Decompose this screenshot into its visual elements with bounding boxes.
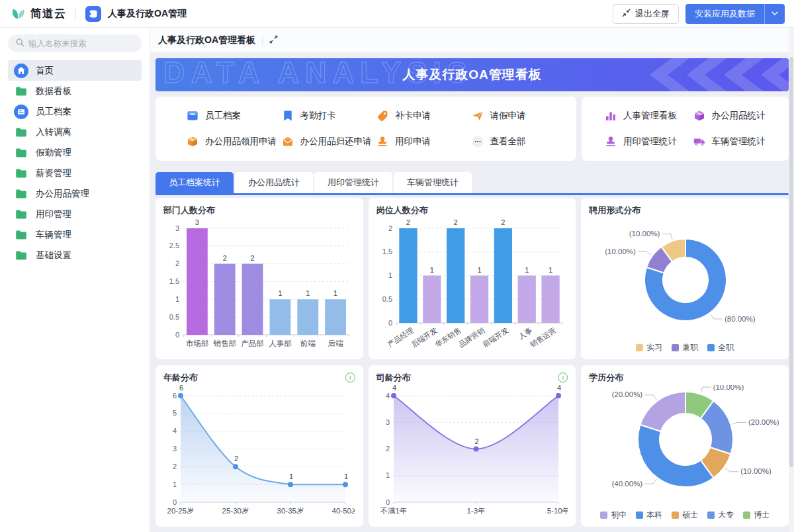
svg-text:2: 2 — [406, 218, 410, 226]
quick-link-seal-request[interactable]: 用印申请 — [376, 135, 471, 148]
legend-label: 本科 — [646, 510, 662, 521]
svg-text:1: 1 — [549, 266, 552, 274]
svg-text:后端: 后端 — [328, 339, 344, 347]
chart-legend: 初中本科硕士大专博士 — [581, 510, 789, 521]
quick-link-supplies-return[interactable]: 办公用品归还申请 — [281, 135, 376, 148]
svg-text:2.5: 2.5 — [169, 242, 179, 249]
quick-link-employee-archive[interactable]: 员工档案 — [186, 109, 281, 122]
brand-logo[interactable]: 简道云 — [9, 4, 66, 23]
svg-text:2: 2 — [234, 455, 238, 463]
search-icon — [15, 38, 24, 49]
legend-item[interactable]: 全职 — [707, 342, 734, 353]
sidebar-item-attendance[interactable]: 假勤管理 — [8, 142, 142, 163]
sidebar-item-office-supplies[interactable]: 办公用品管理 — [8, 183, 142, 204]
svg-text:1-3年: 1-3年 — [466, 507, 485, 515]
sidebar-item-employee-archive[interactable]: 员工档案 — [8, 101, 142, 122]
quick-links-card: 员工档案考勤打卡补卡申请请假申请办公用品领用申请办公用品归还申请用印申请查看全部 — [155, 97, 576, 161]
chevron-down-icon[interactable] — [764, 4, 785, 24]
svg-text:6: 6 — [173, 392, 177, 400]
folder-icon — [14, 187, 28, 201]
search-input[interactable] — [28, 39, 134, 48]
expand-icon[interactable] — [269, 35, 278, 46]
svg-text:人事: 人事 — [517, 326, 533, 341]
folder-icon — [14, 248, 28, 263]
tab-seal-stats[interactable]: 用印管理统计 — [314, 172, 392, 193]
exit-fullscreen-button[interactable]: 退出全屏 — [613, 4, 679, 24]
legend-swatch — [672, 344, 679, 351]
stamp-icon — [376, 135, 389, 148]
svg-text:销售部: 销售部 — [213, 339, 237, 347]
stats-link-supplies-stats[interactable]: 办公用品统计 — [693, 109, 781, 122]
stats-link-vehicle-stats[interactable]: 车辆管理统计 — [693, 135, 781, 148]
legend-item[interactable]: 实习 — [636, 342, 662, 353]
info-icon[interactable]: i — [345, 373, 355, 382]
legend-item[interactable]: 硕士 — [672, 510, 698, 521]
svg-text:(10.00%): (10.00%) — [740, 467, 772, 475]
svg-text:4: 4 — [392, 385, 396, 392]
sidebar-item-vehicle-management[interactable]: 车辆管理 — [8, 224, 142, 245]
box-icon — [693, 109, 706, 122]
svg-text:2: 2 — [175, 259, 179, 267]
svg-text:(10.00%): (10.00%) — [629, 230, 660, 238]
sidebar-item-seal-management[interactable]: 用印管理 — [8, 204, 142, 224]
chart-title: 学历分布 — [589, 372, 781, 384]
legend-item[interactable]: 本科 — [636, 510, 662, 521]
legend-label: 兼职 — [682, 342, 698, 353]
stats-link-seal-stats[interactable]: 用印管理统计 — [604, 135, 693, 148]
sidebar-item-onboarding-transfer[interactable]: 入转调离 — [8, 122, 142, 142]
page-title: 人事及行政OA管理看板 — [158, 34, 255, 46]
tab-employee-stats[interactable]: 员工档案统计 — [155, 172, 234, 193]
install-app-label[interactable]: 安装应用及数据 — [685, 4, 764, 24]
quick-link-leave-request[interactable]: 请假申请 — [471, 109, 566, 122]
legend-item[interactable]: 初中 — [600, 510, 627, 521]
svg-text:2: 2 — [501, 218, 505, 226]
toolbar-divider — [262, 36, 263, 45]
svg-text:2: 2 — [173, 463, 177, 470]
svg-text:后端开发: 后端开发 — [410, 326, 438, 349]
legend-item[interactable]: 大专 — [707, 510, 734, 521]
svg-text:产品部: 产品部 — [241, 339, 264, 347]
sidebar-item-label: 假勤管理 — [36, 147, 71, 159]
page-toolbar: 人事及行政OA管理看板 — [150, 28, 794, 53]
scrollbar-thumb[interactable] — [789, 57, 793, 467]
svg-text:2: 2 — [388, 224, 392, 232]
svg-text:4: 4 — [173, 427, 177, 435]
svg-text:2: 2 — [251, 254, 255, 262]
legend-item[interactable]: 兼职 — [672, 342, 698, 353]
tab-underline — [155, 193, 789, 195]
sidebar: 首页数据看板员工档案入转调离假勤管理薪资管理办公用品管理用印管理车辆管理基础设置 — [0, 28, 150, 532]
sidebar-item-payroll[interactable]: 薪资管理 — [8, 163, 142, 183]
header-divider — [75, 8, 76, 20]
tenure-distribution-chart: 012344不满1年21-3年45-10年 — [376, 385, 568, 521]
tab-vehicle-stats[interactable]: 车辆管理统计 — [394, 172, 472, 193]
sidebar-menu: 首页数据看板员工档案入转调离假勤管理薪资管理办公用品管理用印管理车辆管理基础设置 — [8, 60, 142, 265]
quick-link-label: 办公用品归还申请 — [300, 136, 372, 148]
svg-text:2: 2 — [223, 254, 227, 262]
quick-link-attendance-punch[interactable]: 考勤打卡 — [281, 109, 376, 122]
tab-supplies-stats[interactable]: 办公用品统计 — [235, 172, 313, 193]
sidebar-item-data-dashboard[interactable]: 数据看板 — [8, 81, 142, 101]
legend-swatch — [707, 344, 715, 351]
svg-text:1: 1 — [388, 271, 392, 279]
quick-link-view-all[interactable]: 查看全部 — [471, 135, 566, 148]
quick-link-label: 考勤打卡 — [300, 110, 336, 122]
svg-text:0: 0 — [386, 498, 390, 506]
scrollbar-track[interactable] — [789, 28, 794, 532]
svg-text:2: 2 — [386, 445, 390, 453]
legend-swatch — [636, 344, 643, 351]
svg-text:3: 3 — [195, 218, 199, 226]
folder-icon — [14, 84, 28, 99]
svg-text:1: 1 — [333, 289, 337, 297]
stats-link-hr-dashboard[interactable]: 人事管理看板 — [604, 109, 693, 122]
sidebar-search[interactable] — [8, 34, 142, 52]
svg-text:产品经理: 产品经理 — [386, 326, 414, 349]
quick-link-card-replacement[interactable]: 补卡申请 — [376, 109, 471, 122]
sidebar-item-basic-settings[interactable]: 基础设置 — [8, 245, 142, 265]
legend-item[interactable]: 博士 — [743, 510, 770, 521]
quick-link-label: 用印申请 — [395, 136, 431, 148]
quick-link-supplies-claim[interactable]: 办公用品领用申请 — [186, 135, 281, 148]
send-icon — [471, 109, 484, 122]
svg-text:5-10年: 5-10年 — [547, 507, 567, 515]
install-app-split-button[interactable]: 安装应用及数据 — [685, 4, 785, 24]
sidebar-item-home[interactable]: 首页 — [8, 60, 142, 81]
